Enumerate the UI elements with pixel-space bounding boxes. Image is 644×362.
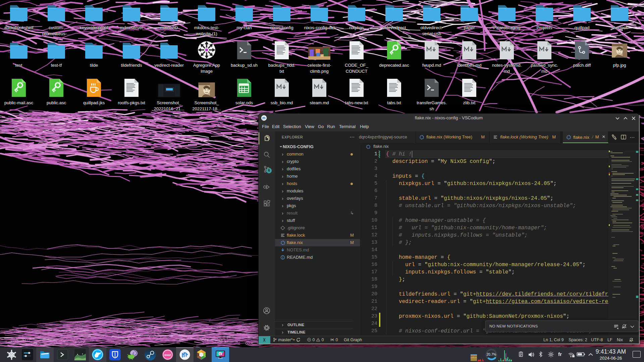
svg-text:20.7%: 20.7% <box>487 353 496 356</box>
svg-text:osu!: osu! <box>164 353 171 357</box>
